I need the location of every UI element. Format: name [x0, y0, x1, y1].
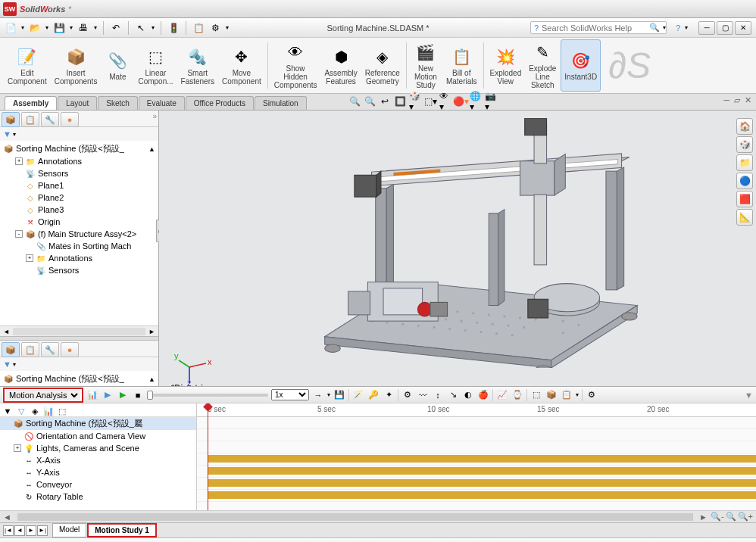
filter-anim-icon[interactable]: ▼ [2, 405, 14, 417]
taskpane-tab-3[interactable]: 🔵 [736, 173, 753, 189]
taskpane-tab-4[interactable]: 🟥 [736, 191, 753, 207]
ribbon-insert[interactable]: 📦InsertComponents [52, 39, 101, 92]
motion-tree-item[interactable]: ↔Y-Axis [0, 466, 196, 478]
tree-item[interactable]: -📦(f) Main Structure Assy<2> [2, 228, 157, 240]
feature-tree-tab-2[interactable]: 📦 [2, 342, 20, 357]
ribbon-edit[interactable]: 📝EditComponent [5, 39, 50, 92]
motion-type-dropdown[interactable]: Motion Analysis [3, 388, 83, 403]
tab-last-icon[interactable]: ►| [37, 525, 48, 536]
tree-item[interactable]: 📡Sensors [2, 264, 157, 276]
property-tab[interactable]: 📋 [21, 112, 39, 127]
save-anim-icon[interactable]: 💾 [333, 389, 345, 401]
zoom-fit-icon[interactable]: 🔍 [726, 512, 736, 522]
taskpane-tab-5[interactable]: 📐 [736, 209, 753, 226]
rebuild-icon[interactable]: 🚦 [167, 22, 180, 34]
scroll-right-icon[interactable]: ► [699, 512, 708, 522]
bottom-tab-model[interactable]: Model [52, 523, 86, 537]
view-orient-icon[interactable]: 🎲▾ [409, 95, 421, 107]
timeline[interactable]: 0 sec5 sec10 sec15 sec20 sec [197, 403, 756, 510]
tab-simulation[interactable]: Simulation [255, 96, 307, 110]
autokey-icon[interactable]: 🔑 [367, 389, 380, 401]
help-button[interactable]: ? [676, 23, 680, 33]
ribbon-exploded[interactable]: 💥ExplodedView [487, 39, 525, 92]
tree-item[interactable]: +📁Annotations [2, 155, 157, 167]
tree-item[interactable]: ◇Plane2 [2, 192, 157, 204]
sim-setup-icon[interactable]: 📦 [545, 389, 558, 401]
panel-expand-icon[interactable]: » [152, 112, 157, 125]
scroll-left-icon[interactable]: ◄ [3, 512, 11, 522]
play-begin-icon[interactable]: ▶ [102, 389, 114, 401]
minimize-button[interactable]: ─ [698, 21, 715, 35]
appearance-tab[interactable]: ● [61, 112, 79, 127]
tree-item[interactable]: ⤧Origin [2, 216, 157, 228]
collapse-motion-icon[interactable]: ▼ [745, 391, 753, 400]
tab-prev-icon[interactable]: ◄ [14, 525, 25, 536]
scene-icon[interactable]: 🌐▾ [470, 95, 482, 107]
model-view[interactable] [253, 118, 662, 368]
motion-tree-item[interactable]: +💡Lights, Cameras and Scene [0, 442, 196, 454]
timeline-bar[interactable] [208, 467, 756, 475]
tree-item[interactable]: 📡Sensors [2, 167, 157, 179]
taskpane-tab-0[interactable]: 🏠 [736, 118, 753, 135]
save-icon[interactable]: 💾 [53, 22, 65, 34]
tree2-root[interactable]: Sorting Machine (預設<預設_ [16, 373, 124, 385]
playback-speed[interactable]: 1x [271, 389, 309, 400]
ribbon-explode-sketch[interactable]: ✎ExplodeLineSketch [526, 39, 559, 92]
ribbon-assembly[interactable]: ⬢AssemblyFeatures [321, 39, 360, 92]
filter-driving-icon[interactable]: ▽ [15, 405, 27, 417]
tree-root[interactable]: Sorting Machine (預設<預設_ [16, 143, 124, 154]
hide-show-icon[interactable]: 👁▾ [439, 95, 451, 107]
damper-icon[interactable]: ↕ [432, 389, 444, 401]
ribbon-instant3d[interactable]: 🎯Instant3D [561, 39, 601, 92]
ribbon-linear[interactable]: ⬚LinearCompon... [135, 39, 176, 92]
motion-tree-item[interactable]: 📦Sorting Machine (預設<預設_屬 [0, 417, 196, 430]
doc-minimize-button[interactable]: ─ [723, 95, 729, 105]
mass-icon[interactable]: ⬚ [530, 389, 542, 401]
tab-layout[interactable]: Layout [58, 96, 97, 110]
select-icon[interactable]: ↖ [135, 22, 147, 34]
timeline-bar[interactable] [208, 455, 756, 463]
maximize-button[interactable]: ▢ [717, 21, 733, 35]
tab-evaluate[interactable]: Evaluate [139, 96, 185, 110]
doc-restore-button[interactable]: ▱ [734, 95, 740, 105]
timeline-bar[interactable] [208, 491, 756, 499]
tab-sketch[interactable]: Sketch [98, 96, 138, 110]
property-tab-2[interactable]: 📋 [21, 342, 39, 357]
prev-view-icon[interactable]: ↩ [379, 95, 391, 107]
filter-icon[interactable]: ▼ [3, 129, 11, 139]
feature-tree-tab[interactable]: 📦 [2, 112, 20, 127]
tab-office-products[interactable]: Office Products [186, 96, 254, 110]
scroll-left-icon[interactable]: ◄ [3, 328, 10, 335]
settings-icon[interactable]: ⚙ [209, 22, 221, 34]
ribbon-move[interactable]: ✥MoveComponent [219, 39, 264, 92]
spring-icon[interactable]: 〰 [417, 389, 429, 401]
gravity-icon[interactable]: 🍎 [477, 389, 489, 401]
zoom-fit-icon[interactable]: 🔍 [348, 95, 361, 107]
section-view-icon[interactable]: 🔲 [394, 95, 406, 107]
event-icon[interactable]: ⌚ [511, 389, 523, 401]
addkey-icon[interactable]: ✦ [383, 389, 395, 401]
close-button[interactable]: ✕ [735, 21, 751, 35]
timeline-track[interactable] [197, 429, 756, 441]
filter-sel-icon[interactable]: ◈ [29, 405, 41, 417]
zoom-area-icon[interactable]: 🔍 [364, 95, 376, 107]
new-icon[interactable]: 📄 [5, 22, 17, 34]
motion-tree-item[interactable]: ↔X-Axis [0, 454, 196, 466]
tree-item[interactable]: ◇Plane3 [2, 204, 157, 216]
appearance-tab-2[interactable]: ● [61, 342, 79, 357]
config-tab-2[interactable]: 🔧 [41, 342, 59, 357]
display-style-icon[interactable]: ⬚▾ [424, 95, 436, 107]
render-icon[interactable]: 📷▾ [485, 95, 497, 107]
tab-next-icon[interactable]: ► [26, 525, 36, 536]
filter-results-icon[interactable]: 📊 [42, 405, 55, 417]
search-input[interactable] [542, 23, 646, 33]
results-icon[interactable]: 📈 [496, 389, 508, 401]
expand-icon[interactable]: - [15, 230, 23, 238]
expand-icon[interactable]: + [14, 444, 21, 452]
graphics-area[interactable]: x y z *Dimetric 🏠🎲📁🔵🟥📐 [159, 111, 756, 386]
calculate-icon[interactable]: 📊 [86, 389, 98, 401]
ribbon-smart[interactable]: 🔩SmartFasteners [178, 39, 217, 92]
tree-item[interactable]: ◇Plane1 [2, 179, 157, 192]
anim-wizard-icon[interactable]: 🪄 [352, 389, 364, 401]
config-tab[interactable]: 🔧 [41, 112, 59, 127]
